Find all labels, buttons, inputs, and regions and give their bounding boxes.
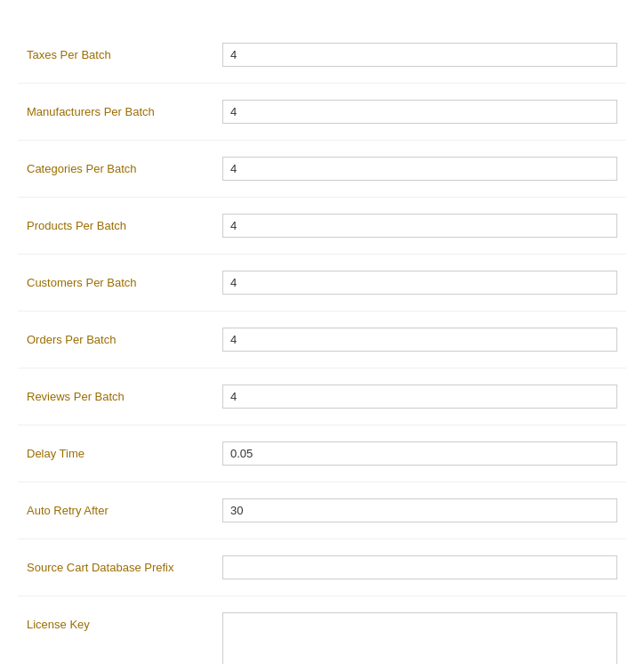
label-categories-per-batch: Categories Per Batch — [27, 157, 222, 175]
input-wrapper-categories-per-batch — [222, 157, 617, 181]
form-row-license-key: License Key — [18, 596, 626, 664]
input-source-cart-database-prefix[interactable] — [222, 555, 617, 579]
label-license-key: License Key — [27, 612, 222, 631]
input-categories-per-batch[interactable] — [222, 157, 617, 181]
form-row-reviews-per-batch: Reviews Per Batch — [18, 368, 626, 425]
label-auto-retry-after: Auto Retry After — [27, 498, 222, 517]
label-products-per-batch: Products Per Batch — [27, 214, 222, 232]
form-row-source-cart-database-prefix: Source Cart Database Prefix — [18, 539, 626, 596]
input-products-per-batch[interactable] — [222, 214, 617, 238]
input-auto-retry-after[interactable] — [222, 498, 617, 522]
form-row-categories-per-batch: Categories Per Batch — [18, 141, 626, 198]
label-manufacturers-per-batch: Manufacturers Per Batch — [27, 100, 222, 118]
input-wrapper-license-key — [222, 612, 617, 664]
label-reviews-per-batch: Reviews Per Batch — [27, 385, 222, 403]
input-wrapper-orders-per-batch — [222, 328, 617, 352]
input-wrapper-products-per-batch — [222, 214, 617, 238]
input-wrapper-taxes-per-batch — [222, 43, 617, 67]
label-taxes-per-batch: Taxes Per Batch — [27, 43, 222, 61]
form-row-delay-time: Delay Time — [18, 425, 626, 482]
input-delay-time[interactable] — [222, 441, 617, 466]
input-wrapper-auto-retry-after — [222, 498, 617, 522]
form-row-customers-per-batch: Customers Per Batch — [18, 255, 626, 312]
input-orders-per-batch[interactable] — [222, 328, 617, 352]
input-manufacturers-per-batch[interactable] — [222, 100, 617, 124]
input-license-key[interactable] — [222, 612, 617, 664]
input-reviews-per-batch[interactable] — [222, 385, 617, 409]
form-row-taxes-per-batch: Taxes Per Batch — [18, 27, 626, 84]
input-wrapper-reviews-per-batch — [222, 385, 617, 409]
input-taxes-per-batch[interactable] — [222, 43, 617, 67]
label-delay-time: Delay Time — [27, 441, 222, 460]
settings-form: Taxes Per BatchManufacturers Per BatchCa… — [18, 18, 626, 664]
label-customers-per-batch: Customers Per Batch — [27, 271, 222, 289]
input-wrapper-delay-time — [222, 441, 617, 466]
label-source-cart-database-prefix: Source Cart Database Prefix — [27, 555, 222, 574]
input-wrapper-customers-per-batch — [222, 271, 617, 295]
form-row-products-per-batch: Products Per Batch — [18, 198, 626, 255]
form-row-orders-per-batch: Orders Per Batch — [18, 312, 626, 368]
form-row-auto-retry-after: Auto Retry After — [18, 482, 626, 539]
input-customers-per-batch[interactable] — [222, 271, 617, 295]
input-wrapper-source-cart-database-prefix — [222, 555, 617, 579]
input-wrapper-manufacturers-per-batch — [222, 100, 617, 124]
label-orders-per-batch: Orders Per Batch — [27, 328, 222, 346]
form-row-manufacturers-per-batch: Manufacturers Per Batch — [18, 84, 626, 141]
